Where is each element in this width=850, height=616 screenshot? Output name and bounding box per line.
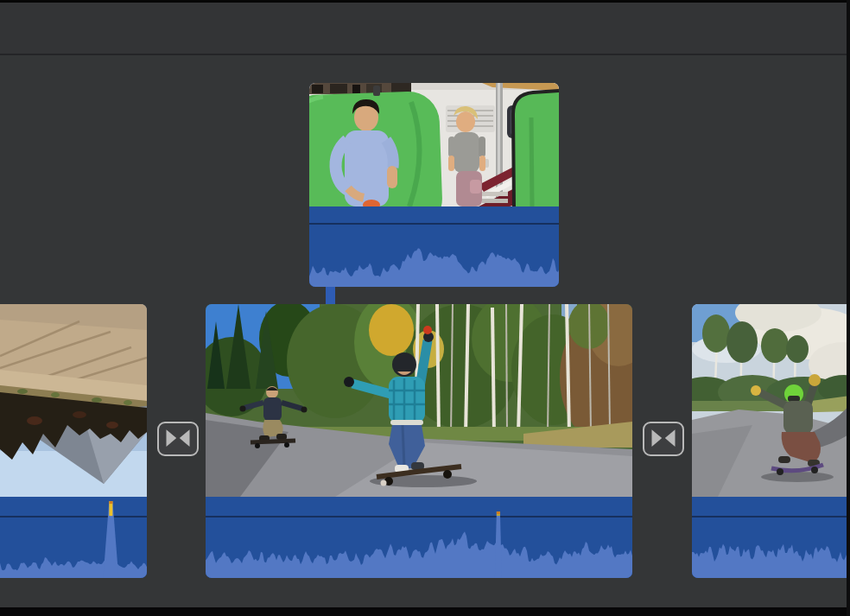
window-right-border xyxy=(847,0,850,616)
landscape-clip-thumbnail xyxy=(0,304,147,497)
green-screen-right xyxy=(513,91,559,206)
slider-clip-audio xyxy=(692,497,850,578)
longboarders-clip-audio xyxy=(206,497,632,578)
toolbar-area xyxy=(0,3,850,54)
transition-cross-dissolve-2[interactable] xyxy=(643,422,684,456)
cutaway-clip-thumbnail xyxy=(309,83,559,206)
toolbar-separator xyxy=(0,54,850,55)
landscape-clip-audio xyxy=(0,497,147,578)
cross-dissolve-icon xyxy=(644,423,682,454)
imovie-timeline-canvas xyxy=(0,0,850,616)
window-top-border xyxy=(0,0,850,3)
clip-connection-line xyxy=(326,286,335,305)
timeline-clip-slider[interactable] xyxy=(692,304,850,578)
slider-audio-waveform xyxy=(692,497,850,578)
transition-cross-dissolve-1[interactable] xyxy=(157,422,199,456)
longboarders-clip-thumbnail xyxy=(206,304,632,497)
cutaway-audio-waveform xyxy=(309,206,559,287)
cutaway-clip-audio xyxy=(309,206,559,287)
timeline-clip-longboarders[interactable] xyxy=(206,304,632,578)
slider-clip-thumbnail xyxy=(692,304,850,497)
cross-dissolve-icon xyxy=(159,423,197,454)
landscape-audio-waveform-with-loud-marker xyxy=(0,497,147,578)
cutaway-clip[interactable] xyxy=(309,83,559,287)
longboarders-audio-waveform xyxy=(206,497,632,578)
window-bottom-border xyxy=(0,607,850,616)
timeline-clip-landscape[interactable] xyxy=(0,304,147,578)
